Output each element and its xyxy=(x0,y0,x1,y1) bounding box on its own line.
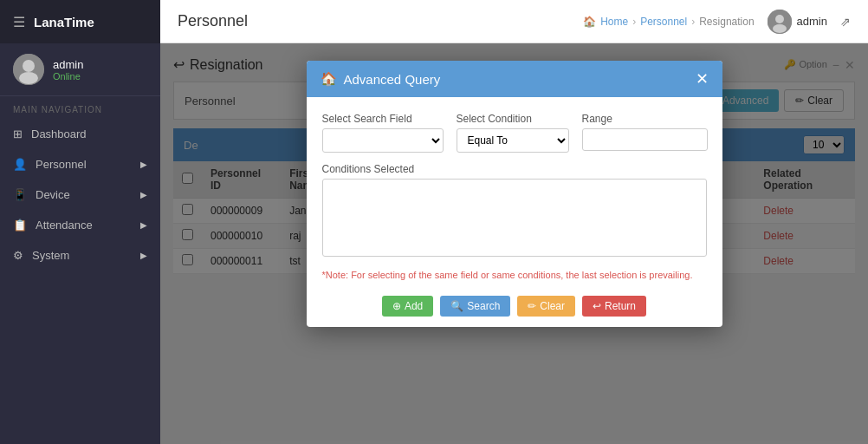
sidebar-item-label: System xyxy=(32,249,69,262)
conditions-label: Conditions Selected xyxy=(322,163,707,175)
avatar xyxy=(13,54,44,85)
sidebar-item-personnel[interactable]: 👤 Personnel ▶ xyxy=(0,149,160,180)
topbar-username: admin xyxy=(797,15,827,28)
breadcrumb-sep: › xyxy=(632,16,636,28)
topbar: Personnel 🏠 Home › Personnel › Resignati… xyxy=(160,0,868,43)
sidebar-item-label: Personnel xyxy=(36,158,87,171)
sidebar-item-system[interactable]: ⚙ System ▶ xyxy=(0,240,160,271)
user-status: Online xyxy=(53,71,83,82)
dashboard-icon: ⊞ xyxy=(13,127,23,140)
chevron-right-icon: ▶ xyxy=(140,160,147,169)
building-icon: 🏠 xyxy=(321,71,337,87)
topbar-right: 🏠 Home › Personnel › Resignation admin ⇗ xyxy=(583,10,851,34)
modal-clear-button[interactable]: ✏ Clear xyxy=(517,296,575,317)
svg-point-2 xyxy=(19,72,38,84)
select-condition-dropdown[interactable]: Equal To Not Equal To Greater Than Less … xyxy=(457,128,569,153)
sidebar-item-attendance[interactable]: 📋 Attendance ▶ xyxy=(0,210,160,240)
chevron-right-icon: ▶ xyxy=(140,220,147,230)
page-title: Personnel xyxy=(178,12,248,30)
chevron-right-icon: ▶ xyxy=(140,251,147,260)
advanced-query-modal: 🏠 Advanced Query ✕ Select Search Field xyxy=(307,61,722,327)
sidebar-item-label: Device xyxy=(36,188,70,201)
select-condition-group: Select Condition Equal To Not Equal To G… xyxy=(457,113,569,153)
sidebar-user: admin Online xyxy=(0,43,160,96)
sidebar-header: ☰ LanaTime xyxy=(0,0,160,43)
select-search-field-group: Select Search Field xyxy=(322,113,444,153)
breadcrumb-personnel[interactable]: Personnel xyxy=(640,16,687,28)
topbar-user: admin xyxy=(768,10,827,34)
chevron-right-icon: ▶ xyxy=(140,190,147,199)
return-button[interactable]: ↩ Return xyxy=(582,296,646,317)
modal-note: *Note: For selecting of the same field o… xyxy=(307,270,722,289)
conditions-textarea[interactable] xyxy=(322,179,707,257)
modal-search-button[interactable]: 🔍 Search xyxy=(440,296,510,317)
user-info: admin Online xyxy=(53,58,83,82)
search-icon: 🔍 xyxy=(450,300,463,312)
modal-header: 🏠 Advanced Query ✕ xyxy=(307,61,722,97)
range-group: Range xyxy=(582,113,708,151)
modal-title: 🏠 Advanced Query xyxy=(321,71,441,87)
home-icon: 🏠 xyxy=(583,16,596,28)
select-condition-label: Select Condition xyxy=(457,113,569,125)
add-button[interactable]: ⊕ Add xyxy=(382,296,433,317)
svg-point-4 xyxy=(775,15,784,23)
personnel-icon: 👤 xyxy=(13,158,27,171)
content-area: ↩ Resignation 🔑 Option − ✕ Personnel 🔍 S… xyxy=(160,43,868,444)
topbar-avatar xyxy=(768,10,792,34)
pencil-icon: ✏ xyxy=(528,300,536,312)
select-search-field-label: Select Search Field xyxy=(322,113,444,125)
app-logo: LanaTime xyxy=(34,15,94,29)
form-row-fields: Select Search Field Select Condition Equ… xyxy=(322,113,707,153)
breadcrumb: 🏠 Home › Personnel › Resignation xyxy=(583,16,754,28)
modal-overlay: 🏠 Advanced Query ✕ Select Search Field xyxy=(160,43,868,444)
range-input[interactable] xyxy=(582,128,708,151)
modal-body: Select Search Field Select Condition Equ… xyxy=(307,97,722,270)
conditions-selected-section: Conditions Selected xyxy=(322,163,707,259)
attendance-icon: 📋 xyxy=(13,219,27,232)
range-label: Range xyxy=(582,113,708,125)
svg-point-1 xyxy=(23,60,35,72)
main-area: Personnel 🏠 Home › Personnel › Resignati… xyxy=(160,0,868,444)
sidebar-section-label: MAIN NAVIGATION xyxy=(0,96,160,119)
select-search-field-dropdown[interactable] xyxy=(322,128,444,153)
hamburger-icon[interactable]: ☰ xyxy=(13,14,25,30)
return-icon: ↩ xyxy=(593,300,601,312)
sidebar-item-label: Dashboard xyxy=(31,127,87,140)
plus-icon: ⊕ xyxy=(392,300,401,312)
sidebar-item-label: Attendance xyxy=(36,219,93,232)
svg-point-5 xyxy=(773,24,787,33)
breadcrumb-sep: › xyxy=(691,16,695,28)
sidebar: ☰ LanaTime admin Online MAIN NAVIGATION … xyxy=(0,0,160,444)
device-icon: 📱 xyxy=(13,188,27,201)
modal-footer: ⊕ Add 🔍 Search ✏ Clear ↩ Return xyxy=(307,289,722,327)
system-icon: ⚙ xyxy=(13,249,23,262)
breadcrumb-current: Resignation xyxy=(699,16,754,28)
user-name: admin xyxy=(53,58,83,71)
share-icon[interactable]: ⇗ xyxy=(840,15,851,29)
modal-close-button[interactable]: ✕ xyxy=(696,71,709,87)
sidebar-item-dashboard[interactable]: ⊞ Dashboard xyxy=(0,119,160,149)
sidebar-item-device[interactable]: 📱 Device ▶ xyxy=(0,180,160,210)
breadcrumb-home[interactable]: Home xyxy=(600,16,628,28)
